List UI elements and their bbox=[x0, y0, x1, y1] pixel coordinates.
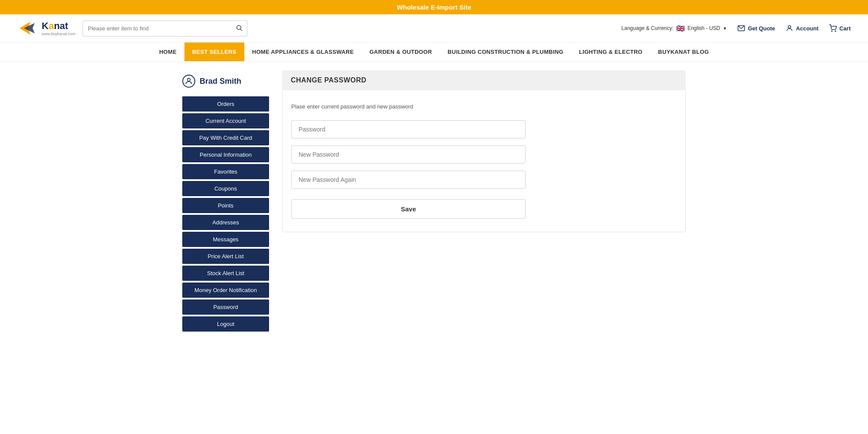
account-action[interactable]: Account bbox=[786, 24, 819, 32]
sidebar-item-points[interactable]: Points bbox=[182, 198, 269, 213]
svg-point-2 bbox=[237, 25, 240, 29]
sidebar-item-logout[interactable]: Logout bbox=[182, 316, 269, 332]
cart-action[interactable]: Cart bbox=[829, 24, 851, 32]
top-banner: Wholesale E-Import Site bbox=[0, 0, 868, 14]
sidebar-item-current-account[interactable]: Current Account bbox=[182, 113, 269, 128]
user-info: Brad Smith bbox=[182, 70, 269, 96]
banner-text: Wholesale E-Import Site bbox=[397, 3, 471, 11]
sidebar: Brad Smith Orders Current Account Pay Wi… bbox=[182, 70, 269, 332]
content-area: CHANGE PASSWORD Plase enter current pass… bbox=[269, 70, 686, 332]
new-password-again-input[interactable] bbox=[291, 171, 526, 189]
password-group bbox=[291, 120, 677, 138]
cart-icon bbox=[829, 24, 837, 32]
password-input[interactable] bbox=[291, 120, 526, 138]
header: Kanat www.buykanat.com Language & Curren… bbox=[0, 14, 868, 43]
nav-item-home[interactable]: HOME bbox=[151, 43, 184, 61]
sidebar-item-password[interactable]: Password bbox=[182, 299, 269, 315]
envelope-icon bbox=[737, 24, 745, 32]
new-password-group bbox=[291, 145, 677, 164]
sidebar-item-stock-alert-list[interactable]: Stock Alert List bbox=[182, 266, 269, 281]
new-password-input[interactable] bbox=[291, 145, 526, 164]
search-input[interactable] bbox=[83, 22, 231, 35]
chevron-down-icon: ▼ bbox=[723, 26, 727, 31]
sidebar-menu: Orders Current Account Pay With Credit C… bbox=[182, 96, 269, 332]
header-right: Language & Currency: 🇬🇧 English - USD ▼ … bbox=[621, 24, 851, 33]
svg-point-8 bbox=[187, 78, 191, 81]
change-password-body: Plase enter current password and new pas… bbox=[282, 90, 686, 232]
search-bar bbox=[82, 20, 247, 36]
nav-item-home-appliances[interactable]: HOME APPLIANCES & GLASSWARE bbox=[244, 43, 362, 61]
lang-label: Language & Currency: bbox=[621, 25, 674, 31]
sidebar-item-money-order-notification[interactable]: Money Order Notification bbox=[182, 283, 269, 298]
get-quote-action[interactable]: Get Quote bbox=[737, 24, 775, 32]
lang-value: English - USD bbox=[687, 25, 720, 31]
nav-item-building-construction[interactable]: BUILDING CONSTRUCTION & PLUMBING bbox=[440, 43, 571, 61]
logo-text: Kanat www.buykanat.com bbox=[42, 20, 76, 36]
header-left: Kanat www.buykanat.com bbox=[17, 20, 247, 37]
avatar bbox=[182, 75, 195, 88]
get-quote-label: Get Quote bbox=[748, 25, 775, 32]
logo[interactable]: Kanat www.buykanat.com bbox=[17, 20, 76, 37]
main-content: Brad Smith Orders Current Account Pay Wi… bbox=[174, 70, 694, 332]
nav-item-buykanat-blog[interactable]: BUYKANAT BLOG bbox=[650, 43, 717, 61]
cart-label: Cart bbox=[839, 25, 851, 32]
nav-item-best-sellers[interactable]: BEST SELLERS bbox=[184, 43, 244, 61]
nav-item-lighting-electro[interactable]: LIGHTING & ELECTRO bbox=[571, 43, 650, 61]
sidebar-item-coupons[interactable]: Coupons bbox=[182, 181, 269, 196]
search-icon bbox=[236, 24, 243, 31]
user-name: Brad Smith bbox=[200, 77, 241, 86]
account-label: Account bbox=[796, 25, 819, 32]
svg-line-3 bbox=[240, 29, 242, 31]
change-password-title: CHANGE PASSWORD bbox=[282, 70, 686, 90]
user-icon bbox=[786, 24, 793, 32]
language-currency[interactable]: Language & Currency: 🇬🇧 English - USD ▼ bbox=[621, 24, 727, 33]
sidebar-item-favorites[interactable]: Favorites bbox=[182, 164, 269, 179]
svg-point-5 bbox=[788, 26, 791, 28]
nav-item-garden-outdoor[interactable]: GARDEN & OUTDOOR bbox=[362, 43, 440, 61]
sidebar-item-price-alert-list[interactable]: Price Alert List bbox=[182, 249, 269, 264]
sidebar-item-personal-information[interactable]: Personal Information bbox=[182, 147, 269, 162]
main-nav: HOME BEST SELLERS HOME APPLIANCES & GLAS… bbox=[0, 43, 868, 62]
flag-icon: 🇬🇧 bbox=[676, 24, 685, 33]
sidebar-item-pay-with-credit-card[interactable]: Pay With Credit Card bbox=[182, 130, 269, 145]
sidebar-item-orders[interactable]: Orders bbox=[182, 96, 269, 112]
new-password-again-group bbox=[291, 171, 677, 189]
sidebar-item-messages[interactable]: Messages bbox=[182, 232, 269, 247]
form-subtitle: Plase enter current password and new pas… bbox=[291, 103, 677, 110]
sidebar-item-addresses[interactable]: Addresses bbox=[182, 215, 269, 230]
logo-icon bbox=[17, 20, 39, 37]
svg-point-7 bbox=[835, 31, 836, 32]
save-button[interactable]: Save bbox=[291, 199, 526, 219]
svg-point-6 bbox=[832, 31, 832, 32]
search-button[interactable] bbox=[231, 21, 247, 36]
user-circle-icon bbox=[184, 77, 193, 85]
